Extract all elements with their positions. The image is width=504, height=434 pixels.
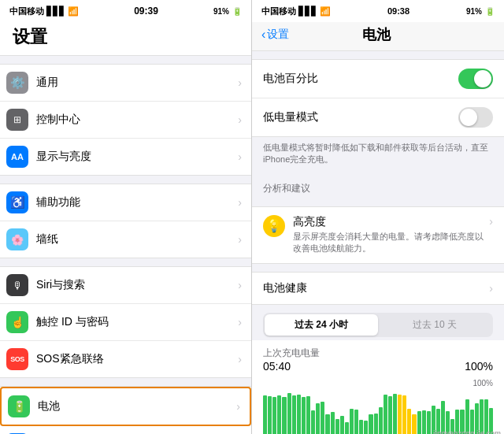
chevron-icon: ›	[236, 400, 240, 413]
watermark: jingyanzong jie.com	[433, 429, 501, 434]
chevron-icon: ›	[489, 215, 493, 228]
chart-bar	[384, 395, 387, 434]
settings-item-sos[interactable]: SOS SOS紧急联络 ›	[0, 341, 251, 377]
settings-group-4: 🔋 电池 › ✋ 隐私 ›	[0, 386, 251, 434]
signal-icon: ▋▋▋	[298, 6, 317, 17]
left-page-title: 设置	[13, 25, 239, 49]
chart-bar	[374, 414, 378, 434]
battery-toggles-group: 电池百分比 低电量模式	[252, 59, 504, 137]
chart-bar	[350, 409, 354, 434]
right-page-title: 电池	[289, 25, 463, 44]
chevron-icon: ›	[238, 316, 242, 328]
chevron-icon: ›	[238, 353, 242, 365]
tab-24h[interactable]: 过去 24 小时	[265, 314, 378, 336]
back-chevron-icon: ‹	[261, 28, 265, 42]
signal-icon: ▋▋▋	[46, 6, 65, 17]
chevron-icon: ›	[489, 282, 493, 295]
chart-bar	[345, 422, 349, 434]
chart-bar	[311, 410, 315, 434]
settings-item-battery[interactable]: 🔋 电池 ›	[0, 387, 251, 426]
chart-bar	[354, 410, 358, 434]
suggestion-group: 💡 高亮度 显示屏亮度会消耗大量的电量。请考虑降低亮度以改善电池续航能力。 ›	[252, 206, 504, 264]
left-page-title-bar: 设置	[0, 22, 251, 56]
chart-bar	[277, 395, 281, 434]
chart-bar	[412, 414, 416, 434]
time-tabs: 过去 24 小时 过去 10 天	[263, 313, 493, 337]
chart-bar	[388, 396, 392, 434]
settings-group-1: ⚙️ 通用 › ⊞ 控制中心 › AA 显示与亮度 ›	[0, 64, 251, 176]
chevron-icon: ›	[238, 150, 242, 163]
back-button[interactable]: ‹ 设置	[261, 28, 289, 42]
chart-bar	[287, 393, 291, 434]
chart-bar	[272, 397, 276, 434]
chart-bar	[359, 420, 363, 434]
battery-pct-item[interactable]: 电池百分比	[252, 60, 504, 98]
accessibility-icon: ♿	[6, 191, 28, 213]
general-icon: ⚙️	[6, 72, 28, 94]
chart-bar	[325, 414, 329, 434]
suggestion-bulb-icon: 💡	[263, 215, 285, 237]
suggestion-content: 高亮度 显示屏亮度会消耗大量的电量。请考虑降低亮度以改善电池续航能力。	[293, 215, 484, 255]
analysis-section-header: 分析和建议	[252, 174, 504, 198]
low-power-description: 低电量模式将暂时降低如下载和邮件获取等后台活动，直至iPhone完全充电。	[252, 137, 504, 174]
right-status-bar: 中国移动 ▋▋▋ 📶 09:38 91% 🔋	[252, 0, 504, 22]
chart-bar	[364, 421, 368, 434]
left-carrier: 中国移动 ▋▋▋ 📶	[9, 6, 79, 17]
settings-item-faceid[interactable]: ☝ 触控 ID 与密码 ›	[0, 304, 251, 341]
right-battery: 91% 🔋	[466, 7, 495, 16]
chart-bar	[422, 410, 426, 434]
chart-bar	[417, 411, 421, 434]
chart-bar	[302, 397, 306, 434]
battery-health-item[interactable]: 电池健康 ›	[252, 273, 504, 304]
chart-bar	[379, 407, 383, 434]
settings-item-accessibility[interactable]: ♿ 辅助功能 ›	[0, 184, 251, 221]
battery-icon: 🔋	[485, 7, 495, 16]
chart-bar	[393, 394, 397, 434]
charge-info: 上次充电电量 05:40 100%	[252, 340, 504, 376]
chevron-icon: ›	[238, 76, 242, 89]
chart-bar	[268, 396, 272, 434]
settings-group-3: 🎙 Siri与搜索 › ☝ 触控 ID 与密码 › SOS SOS紧急联络 ›	[0, 266, 251, 378]
low-power-item[interactable]: 低电量模式	[252, 98, 504, 136]
settings-item-display[interactable]: AA 显示与亮度 ›	[0, 139, 251, 175]
chart-bar	[316, 403, 320, 434]
right-time: 09:38	[387, 6, 410, 16]
battery-chart: 100% jingyanzong jie.com	[252, 376, 504, 434]
chart-bar	[292, 395, 296, 434]
display-icon: AA	[6, 146, 28, 168]
settings-item-control-center[interactable]: ⊞ 控制中心 ›	[0, 102, 251, 139]
tab-10d[interactable]: 过去 10 天	[378, 314, 491, 336]
wallpaper-icon: 🌸	[6, 228, 28, 250]
chart-bar	[407, 409, 411, 434]
battery-pct-toggle[interactable]	[458, 69, 493, 89]
siri-icon: 🎙	[6, 274, 28, 296]
chart-bar	[402, 395, 406, 434]
settings-item-siri[interactable]: 🎙 Siri与搜索 ›	[0, 267, 251, 304]
left-status-bar: 中国移动 ▋▋▋ 📶 09:39 91% 🔋	[0, 0, 251, 22]
chevron-icon: ›	[238, 233, 242, 246]
chart-bar	[369, 414, 372, 434]
chart-bar	[335, 419, 339, 434]
chart-top-label: 100%	[263, 379, 493, 388]
settings-item-wallpaper[interactable]: 🌸 墙纸 ›	[0, 221, 251, 258]
suggestion-item[interactable]: 💡 高亮度 显示屏亮度会消耗大量的电量。请考虑降低亮度以改善电池续航能力。 ›	[252, 207, 504, 263]
chart-bar	[282, 397, 286, 434]
chevron-icon: ›	[238, 113, 242, 126]
battery-menu-icon: 🔋	[8, 395, 30, 417]
settings-item-general[interactable]: ⚙️ 通用 ›	[0, 65, 251, 102]
low-power-toggle[interactable]	[458, 107, 493, 128]
battery-icon: 🔋	[232, 7, 242, 16]
left-time: 09:39	[134, 6, 158, 17]
chart-bar	[297, 395, 301, 434]
chart-bar	[306, 396, 310, 434]
chevron-icon: ›	[238, 196, 242, 209]
chart-bar	[321, 402, 324, 434]
settings-group-2: ♿ 辅助功能 › 🌸 墙纸 ›	[0, 184, 251, 258]
settings-item-privacy[interactable]: ✋ 隐私 ›	[0, 426, 251, 434]
faceid-icon: ☝	[6, 311, 28, 333]
chart-bar	[398, 395, 402, 434]
wifi-icon: 📶	[68, 6, 79, 17]
sos-icon: SOS	[6, 348, 28, 370]
left-settings-list: ⚙️ 通用 › ⊞ 控制中心 › AA 显示与亮度 › ♿ 辅助功能 ›	[0, 56, 251, 434]
chevron-icon: ›	[238, 279, 242, 291]
